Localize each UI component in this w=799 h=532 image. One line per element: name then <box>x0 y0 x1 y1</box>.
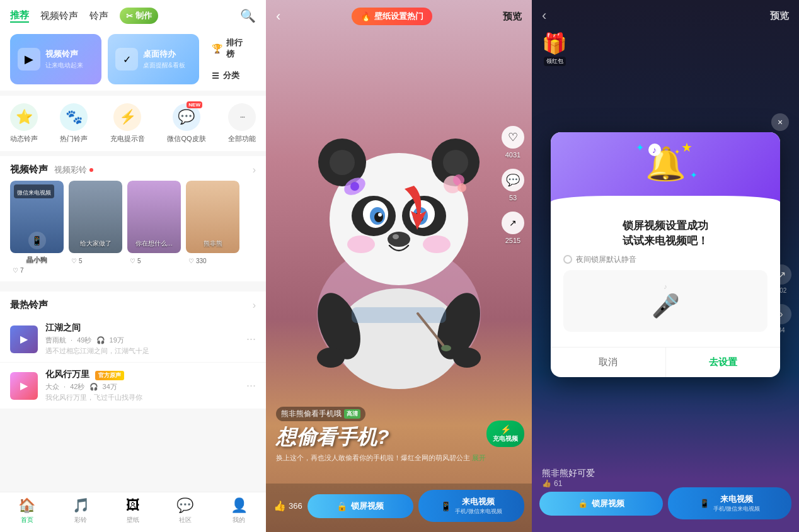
cancel-button[interactable]: 取消 <box>551 348 666 377</box>
nav-home[interactable]: 🏠 首页 <box>18 497 35 524</box>
hot-badge: 🔥 壁纸设置热门 <box>352 8 432 25</box>
menu-icon: ☰ <box>212 71 219 81</box>
chat-icon: 💬 <box>178 109 195 125</box>
desktop-todo-banner[interactable]: ✓ 桌面待办 桌面提醒&看板 <box>108 34 199 84</box>
nav-profile[interactable]: 👤 我的 <box>231 497 248 524</box>
svg-point-15 <box>418 213 422 217</box>
p3-call-sub: 手机/微信来电视频 <box>713 505 761 513</box>
night-mode-option[interactable]: 夜间锁屏默认静音 <box>563 254 767 265</box>
ringtone-nav-label: 彩铃 <box>74 516 87 524</box>
video-thumb-image-4: 熊非熊 <box>186 181 239 253</box>
charge-sound-item[interactable]: ⚡ 充电提示音 <box>110 103 145 144</box>
play-icon-2: ▶ <box>20 380 28 392</box>
banner2-sub: 桌面提醒&看板 <box>143 61 185 70</box>
home-icon: 🏠 <box>18 497 35 514</box>
video-thumb-3[interactable]: 你在想什么... ♡ 5 <box>127 181 181 274</box>
p3-action-bar: 🔒 锁屏视频 📱 来电视频 手机/微信来电视频 <box>532 481 799 532</box>
gift-box[interactable]: 🎁 领红包 <box>542 31 567 66</box>
create-button[interactable]: ✂ 制作 <box>120 8 158 24</box>
share-icon-action: ↗ <box>502 212 524 234</box>
charge-video-button[interactable]: ⚡ 充电视频 <box>486 421 524 447</box>
gift-label: 领红包 <box>544 57 566 66</box>
video-thumb-1[interactable]: 微信来电视频 📱 晶小狗 ♡ 7 <box>10 181 64 274</box>
p3-call-content: 来电视频 手机/微信来电视频 <box>713 494 761 513</box>
dynamic-ringtone-item[interactable]: ⭐ 动态铃声 <box>10 103 38 144</box>
bottom-likes-count: 366 <box>289 501 302 511</box>
lock-screen-video-button[interactable]: 🔒 锁屏视频 <box>308 494 413 518</box>
hot-ringtone-item[interactable]: 🐾 热门铃声 <box>60 103 88 144</box>
comment-button[interactable]: 💬 53 <box>502 169 524 201</box>
video-thumb-2[interactable]: 给大家做了 ♡ 5 <box>69 181 122 274</box>
dialog-footer: 取消 去设置 <box>551 347 780 377</box>
todo-icon: ✓ <box>115 48 138 71</box>
nav-community[interactable]: 💬 社区 <box>176 497 193 524</box>
all-features-item[interactable]: ··· 全部功能 <box>228 103 256 144</box>
panel2-top-bar: ‹ 🔥 壁纸设置热门 预览 <box>266 0 532 33</box>
p3-lock-btn[interactable]: 🔒 锁屏视频 <box>539 492 663 516</box>
p2-back-button[interactable]: ‹ <box>276 8 280 25</box>
category-button[interactable]: ☰ 分类 <box>205 67 256 84</box>
expand-button[interactable]: 展开 <box>472 454 486 461</box>
panel-wallpaper-preview: ‹ 🔥 壁纸设置热门 预览 <box>266 0 532 532</box>
dots-icon: ··· <box>239 111 244 123</box>
profile-label: 我的 <box>233 516 245 524</box>
call-icon: 📱 <box>32 235 42 246</box>
p3-call-btn[interactable]: 📱 来电视频 手机/微信来电视频 <box>668 487 791 519</box>
video-thumb-4[interactable]: 熊非熊 ♡ 330 <box>186 181 239 274</box>
nav-wallpaper[interactable]: 🖼 壁纸 <box>126 497 140 524</box>
nav-tab-video-ringtone[interactable]: 视频铃声 <box>40 10 78 22</box>
p2-action-bar: 👍 366 🔒 锁屏视频 📱 来电视频 手机/微信来电视频 <box>266 484 532 532</box>
more-icon-1[interactable]: ··· <box>246 332 256 346</box>
more-icon-2[interactable]: ··· <box>246 379 256 392</box>
nav-tab-ringtone[interactable]: 铃声 <box>89 10 108 22</box>
ringtone-item-1[interactable]: ▶ 江湖之间 曹雨航 · 49秒 🎧 19万 遇不过相忘江湖之间，江湖气十足 ·… <box>0 316 266 363</box>
ringtone-arrow-icon[interactable]: › <box>253 300 256 311</box>
p3-call-icon: 📱 <box>699 499 710 508</box>
p3-back-button[interactable]: ‹ <box>542 8 546 24</box>
hot-label: 热门铃声 <box>60 134 88 144</box>
call-icon-btn: 📱 <box>440 501 451 511</box>
video-label-overlay-2: 给大家做了 <box>80 240 112 247</box>
artist-1: 曹雨航 <box>45 336 66 344</box>
dialog-body: 锁屏视频设置成功 试试来电视频吧！ 夜间锁屏默认静音 ♪ 🎤 <box>551 208 780 347</box>
charge-icon-circle: ⚡ <box>113 103 141 131</box>
p2-likes-display: 👍 366 <box>273 500 302 512</box>
svg-point-16 <box>388 232 410 247</box>
ringtone-section-title: 最热铃声 <box>10 299 48 311</box>
radio-button[interactable] <box>563 255 572 264</box>
likes-count-3: 5 <box>137 258 141 264</box>
p3-lock-icon: 🔒 <box>578 499 588 508</box>
video-ringtone-banner[interactable]: ▶ 视频铃声 让来电动起来 <box>10 34 101 84</box>
nav-ringtone[interactable]: 🎵 彩铃 <box>72 497 89 524</box>
confirm-button[interactable]: 去设置 <box>666 348 781 377</box>
section-arrow-icon[interactable]: › <box>253 164 256 176</box>
banner-card-text: 视频铃声 让来电动起来 <box>45 48 83 70</box>
wechat-skin-item[interactable]: 💬 NEW 微信QQ皮肤 <box>167 103 205 144</box>
category-label: 分类 <box>223 70 239 81</box>
ringtone-name-2: 化风行万里 官方原声 <box>45 369 239 380</box>
ringtone-item-2[interactable]: ▶ 化风行万里 官方原声 大众 · 42秒 🎧 34万 我化风行万里，飞过千山找… <box>0 363 266 409</box>
dialog-close-button[interactable]: × <box>771 113 789 131</box>
video-likes-2: ♡ 5 <box>70 258 121 264</box>
wechat-label: 微信QQ皮肤 <box>167 134 205 144</box>
share-count: 2515 <box>505 237 520 244</box>
rank-label: 排行榜 <box>226 37 250 60</box>
ringtone-desc-2: 我化风行万里，飞过千山找寻你 <box>45 393 184 402</box>
panda-svg <box>292 93 506 395</box>
p3-call-label: 来电视频 <box>720 494 753 505</box>
share-button[interactable]: ↗ 2515 <box>502 212 524 244</box>
incoming-video-button[interactable]: 📱 来电视频 手机/微信来电视频 <box>418 490 524 522</box>
nav-tab-recommend[interactable]: 推荐 <box>10 9 29 23</box>
search-icon[interactable]: 🔍 <box>240 8 256 23</box>
svg-point-3 <box>330 150 355 175</box>
duration-2: 42秒 <box>70 383 84 390</box>
favorite-button[interactable]: ♡ 4031 <box>502 126 524 159</box>
heart-icon-3: ♡ <box>130 258 135 264</box>
sep1: · <box>71 336 72 344</box>
star-decoration-4: ✦ <box>674 148 680 156</box>
mic-area: ♪ 🎤 <box>563 270 767 332</box>
panda-illustration-area <box>266 31 532 456</box>
hot-dot <box>89 168 93 172</box>
rank-button[interactable]: 🏆 排行榜 <box>205 34 256 63</box>
ringtone-desc-1: 遇不过相忘江湖之间，江湖气十足 <box>45 346 184 356</box>
